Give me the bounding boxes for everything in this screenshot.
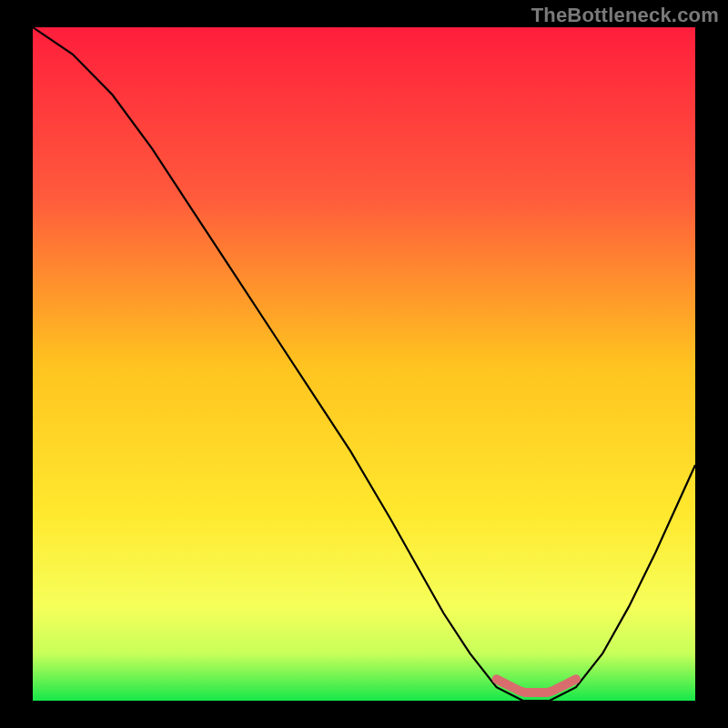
bottleneck-chart xyxy=(33,27,695,701)
plot-area xyxy=(33,27,695,701)
chart-frame: TheBottleneck.com xyxy=(0,0,728,728)
gradient-background xyxy=(33,27,695,701)
watermark-text: TheBottleneck.com xyxy=(531,4,719,27)
